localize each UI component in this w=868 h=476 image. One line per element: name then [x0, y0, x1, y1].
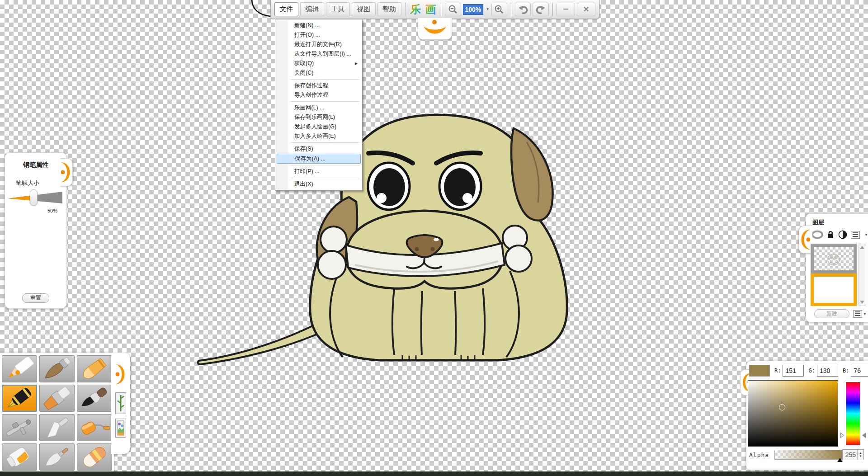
tool-paint-jar[interactable] — [2, 443, 37, 471]
close-button[interactable]: × — [577, 3, 595, 16]
lehua-logo-icon[interactable]: 乐 — [409, 3, 422, 16]
menu-item-join-multiplayer[interactable]: 加入多人绘画(E) — [275, 132, 362, 141]
green-input[interactable] — [817, 365, 838, 377]
zoom-dropdown-caret[interactable]: ▼ — [486, 7, 490, 11]
hue-marker-right-icon[interactable] — [862, 433, 866, 438]
menu-item-save[interactable]: 保存(S) — [275, 144, 362, 154]
orange-crescent-icon — [60, 159, 72, 186]
airbrush-icon — [4, 416, 35, 439]
brush-size-label: 笔触大小 — [16, 179, 66, 187]
screen-bottom-edge — [0, 471, 868, 476]
tool-palette-knife[interactable] — [39, 414, 75, 441]
bamboo-tool-button[interactable] — [115, 392, 126, 414]
tool-quill-knife[interactable] — [39, 443, 75, 471]
zoom-out-button[interactable] — [445, 3, 461, 16]
opacity-icon[interactable] — [838, 230, 847, 239]
toolbar-divider — [552, 3, 553, 16]
magnifier-minus-icon — [448, 5, 458, 14]
alpha-label: Alpha — [749, 452, 769, 458]
reset-button[interactable]: 重置 — [22, 293, 49, 303]
toolbar-divider — [405, 3, 406, 16]
minimize-button[interactable]: − — [557, 3, 575, 16]
menu-item-save-to-lehuawang[interactable]: 保存到乐画网(L) — [275, 113, 362, 122]
new-layer-button[interactable]: 新建 — [814, 309, 849, 318]
lock-icon[interactable] — [827, 230, 835, 239]
layer-item-sketch[interactable] — [811, 244, 857, 273]
blue-input[interactable] — [851, 365, 868, 377]
layer-item-active[interactable] — [811, 273, 857, 306]
saturation-value-gradient[interactable] — [748, 380, 838, 447]
red-label: R: — [774, 368, 781, 374]
tools-collapse-handle[interactable] — [115, 361, 127, 388]
menu-item-lehuawang[interactable]: 乐画网(L) ... — [275, 103, 362, 113]
tools-side-strip — [111, 353, 130, 454]
tool-wooden-brush[interactable] — [39, 355, 75, 382]
menu-file[interactable]: 文件 — [274, 2, 298, 16]
zoom-level-field[interactable]: 100% — [463, 4, 483, 15]
layer-options-caret[interactable]: ▼ — [863, 312, 867, 316]
palette-knife-icon — [41, 416, 73, 439]
menu-item-import-process[interactable]: 导入创作过程 — [275, 90, 362, 100]
brush-size-slider[interactable] — [8, 189, 63, 207]
tool-airbrush[interactable] — [2, 414, 37, 441]
alpha-spinner-arrows[interactable]: ▲▼ — [857, 450, 863, 460]
menu-separator — [291, 178, 359, 178]
tool-paint-roller[interactable] — [77, 414, 112, 441]
menu-item-start-multiplayer[interactable]: 发起多人绘画(G) — [275, 122, 362, 132]
tool-crayon[interactable] — [77, 355, 112, 382]
crayon-icon — [79, 357, 110, 381]
layers-panel-title: 图层 — [812, 218, 868, 226]
tool-pencil[interactable] — [2, 355, 37, 382]
menu-item-open[interactable]: 打开(O) ... — [275, 30, 362, 40]
menu-item-recent-files[interactable]: 最近打开的文件(R) — [275, 40, 362, 49]
scroll-down-icon[interactable] — [860, 301, 864, 304]
menu-item-acquire[interactable]: 获取(Q)▶ — [275, 59, 362, 68]
layer-menu-caret[interactable]: ▼ — [864, 233, 868, 237]
layers-panel: 图层 ▼ — [806, 213, 868, 322]
menu-item-import-to-layer[interactable]: 从文件导入到图层(I) ... — [275, 49, 362, 59]
huawang-logo-icon[interactable]: 画 — [424, 3, 437, 16]
tool-flat-brush[interactable] — [39, 385, 75, 412]
menu-help[interactable]: 帮助 — [377, 2, 401, 16]
red-input[interactable] — [783, 365, 804, 377]
stamp-picture-button[interactable] — [115, 419, 126, 438]
scroll-up-icon[interactable] — [860, 246, 864, 249]
submenu-arrow-icon: ▶ — [355, 59, 358, 68]
hue-marker-left-icon[interactable] — [840, 433, 844, 438]
menu-item-close-file[interactable]: 关闭(C) — [275, 68, 362, 78]
color-cursor[interactable] — [779, 404, 785, 410]
undo-button[interactable] — [515, 3, 531, 16]
slider-thumb[interactable] — [30, 189, 38, 206]
green-label: G: — [808, 368, 815, 374]
file-menu-dropdown: 新建(N) ... 打开(O) ... 最近打开的文件(R) 从文件导入到图层(… — [275, 19, 363, 191]
pen-panel-collapse-handle[interactable] — [60, 158, 73, 186]
tool-ink-brush[interactable] — [77, 385, 112, 412]
quill-knife-icon — [41, 445, 73, 469]
zoom-in-button[interactable] — [491, 3, 507, 16]
visibility-icon[interactable] — [811, 231, 823, 239]
menu-view[interactable]: 视图 — [352, 2, 376, 16]
tools-palette-panel — [0, 353, 114, 476]
ink-brush-icon — [79, 386, 110, 410]
menu-item-new[interactable]: 新建(N) ... — [275, 21, 362, 30]
tool-fountain-pen[interactable] — [2, 385, 37, 412]
dog-drawing — [190, 108, 588, 380]
paint-jar-icon — [4, 445, 35, 469]
layer-list — [811, 244, 857, 306]
layer-list-scrollbar[interactable] — [859, 244, 865, 306]
menu-tools[interactable]: 工具 — [326, 2, 350, 16]
layer-options-icon[interactable] — [853, 310, 862, 318]
alpha-slider[interactable] — [774, 450, 842, 460]
hue-bar[interactable] — [846, 382, 860, 445]
menu-item-save-process[interactable]: 保存创作过程 — [275, 81, 362, 90]
menu-edit[interactable]: 编辑 — [300, 2, 324, 16]
layer-menu-icon[interactable] — [851, 231, 860, 239]
menu-item-print[interactable]: 打印(P) ... — [275, 167, 362, 176]
tool-eraser[interactable] — [77, 443, 112, 471]
redo-button[interactable] — [533, 3, 548, 16]
menu-item-save-as[interactable]: 保存为(A) ... — [277, 154, 361, 164]
fountain-pen-icon — [4, 386, 35, 410]
toolbar-collapse-handle[interactable] — [418, 18, 452, 40]
alpha-spinbox[interactable]: 255 ▲▼ — [842, 449, 864, 460]
menu-item-exit[interactable]: 退出(X) — [275, 179, 362, 189]
